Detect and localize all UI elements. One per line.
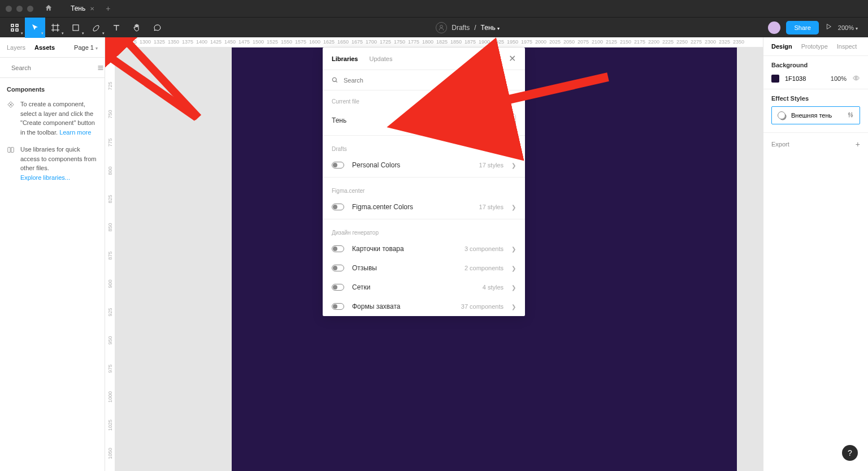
svg-point-11 xyxy=(440,25,443,28)
window-controls xyxy=(6,6,33,12)
book-icon xyxy=(7,146,15,154)
chevron-right-icon: ❯ xyxy=(511,162,516,168)
components-hint: To create a component, select a layer an… xyxy=(0,97,105,142)
toggle-switch[interactable] xyxy=(332,303,344,310)
avatar[interactable] xyxy=(768,21,780,34)
library-meta: 17 styles xyxy=(479,204,504,210)
svg-point-17 xyxy=(332,77,336,81)
close-tab-icon[interactable]: ✕ xyxy=(90,6,94,12)
library-section-label: Drafts xyxy=(323,138,525,155)
svg-rect-2 xyxy=(11,29,14,31)
home-icon[interactable] xyxy=(45,4,53,14)
minimize-window[interactable] xyxy=(16,6,23,12)
canvas[interactable]: 1250127513001325135013751400142514501475… xyxy=(105,37,763,471)
tab-updates[interactable]: Updates xyxy=(369,55,392,62)
hand-tool[interactable] xyxy=(127,18,147,38)
help-button[interactable]: ? xyxy=(842,445,858,461)
main-menu-button[interactable]: ▾ xyxy=(5,18,25,38)
library-meta: 4 styles xyxy=(483,284,504,291)
tab-layers[interactable]: Layers xyxy=(7,44,25,51)
visibility-icon[interactable] xyxy=(852,74,860,83)
share-button[interactable]: Share xyxy=(786,21,818,34)
component-icon xyxy=(7,101,15,109)
tab-assets[interactable]: Assets xyxy=(34,44,55,51)
tab-libraries[interactable]: Libraries xyxy=(332,55,358,62)
frame-tool[interactable]: ▾ xyxy=(45,18,66,38)
add-tab-icon[interactable]: + xyxy=(106,4,110,13)
comment-tool[interactable] xyxy=(147,18,167,38)
present-icon[interactable] xyxy=(824,23,832,33)
chevron-down-icon: ▾ xyxy=(82,31,84,36)
close-window[interactable] xyxy=(6,6,12,12)
chevron-right-icon: ❯ xyxy=(511,204,516,210)
tab-inspect[interactable]: Inspect xyxy=(837,43,857,50)
tab-prototype[interactable]: Prototype xyxy=(801,43,828,50)
components-heading: Components xyxy=(0,78,105,97)
svg-line-22 xyxy=(114,37,198,118)
ruler-horizontal: 1250127513001325135013751400142514501475… xyxy=(115,37,763,47)
chevron-down-icon: ▾ xyxy=(41,31,44,36)
add-export-icon[interactable]: + xyxy=(856,140,860,149)
shadow-icon xyxy=(778,111,785,119)
libraries-hint: Use libraries for quick access to compon… xyxy=(0,142,105,188)
breadcrumb: Drafts / Тень ▾ xyxy=(167,22,768,33)
svg-rect-3 xyxy=(16,29,18,31)
page-selector[interactable]: Page 1 ▾ xyxy=(74,44,98,51)
file-tab[interactable]: Тень ✕ xyxy=(64,1,101,16)
current-file-name: Тень xyxy=(332,116,481,124)
background-swatch[interactable] xyxy=(771,75,779,83)
library-item[interactable]: Сетки4 styles❯ xyxy=(323,278,525,297)
assets-search-input[interactable] xyxy=(11,64,89,71)
maximize-window[interactable] xyxy=(27,6,33,12)
background-hex[interactable]: 1F1038 xyxy=(785,75,825,82)
close-icon[interactable]: ✕ xyxy=(509,53,516,64)
search-icon xyxy=(332,77,338,83)
library-name: Карточки товара xyxy=(352,245,465,253)
chevron-down-icon: ▾ xyxy=(21,31,23,36)
explore-libraries-link[interactable]: Explore libraries... xyxy=(20,174,70,181)
effect-styles-heading: Effect Styles xyxy=(771,95,860,102)
export-heading: Export xyxy=(771,141,789,148)
breadcrumb-file[interactable]: Тень ▾ xyxy=(481,24,500,32)
toggle-switch[interactable] xyxy=(332,284,344,291)
background-opacity[interactable]: 100% xyxy=(831,75,847,82)
svg-rect-8 xyxy=(73,25,79,31)
move-tool[interactable]: ▾ xyxy=(25,18,45,38)
library-name: Personal Colors xyxy=(352,161,479,169)
background-heading: Background xyxy=(771,62,860,68)
toggle-switch[interactable] xyxy=(332,265,344,271)
breadcrumb-folder[interactable]: Drafts xyxy=(452,24,470,32)
library-item[interactable]: Отзывы2 components❯ xyxy=(323,258,525,278)
toggle-switch[interactable] xyxy=(332,162,344,168)
library-meta: 2 components xyxy=(465,265,504,271)
library-item[interactable]: Figma.center Colors17 styles❯ xyxy=(323,197,525,217)
zoom-level[interactable]: 200% ▾ xyxy=(838,24,858,31)
tab-design[interactable]: Design xyxy=(771,43,792,50)
chevron-right-icon: ❯ xyxy=(511,304,516,310)
svg-point-25 xyxy=(855,77,857,79)
svg-line-24 xyxy=(484,77,608,105)
toolbar: ▾ ▾ ▾ ▾ ▾ Drafts / Тень ▾ Share 200% xyxy=(0,17,868,37)
toggle-switch[interactable] xyxy=(332,204,344,210)
annotation-arrow xyxy=(467,71,614,119)
svg-rect-1 xyxy=(16,24,18,27)
library-item[interactable]: Карточки товара3 components❯ xyxy=(323,239,525,258)
title-bar: Тень ✕ + xyxy=(0,0,868,17)
library-item[interactable]: Формы захвата37 components❯ xyxy=(323,297,525,316)
svg-point-29 xyxy=(851,115,853,116)
chevron-right-icon: ❯ xyxy=(511,265,516,271)
chevron-right-icon: ❯ xyxy=(511,284,516,291)
text-tool[interactable] xyxy=(106,18,127,38)
toggle-switch[interactable] xyxy=(332,245,344,252)
library-item[interactable]: Personal Colors17 styles❯ xyxy=(323,155,525,175)
learn-more-link[interactable]: Learn more xyxy=(59,129,91,136)
svg-point-28 xyxy=(848,113,850,115)
adjust-icon[interactable] xyxy=(847,111,854,119)
pen-tool[interactable]: ▾ xyxy=(86,18,106,38)
shape-tool[interactable]: ▾ xyxy=(66,18,86,38)
svg-line-18 xyxy=(336,81,337,83)
library-meta: 17 styles xyxy=(479,162,504,168)
library-name: Figma.center Colors xyxy=(352,203,479,211)
effect-style-item[interactable]: Внешняя тень xyxy=(771,106,860,124)
svg-rect-0 xyxy=(11,24,14,27)
